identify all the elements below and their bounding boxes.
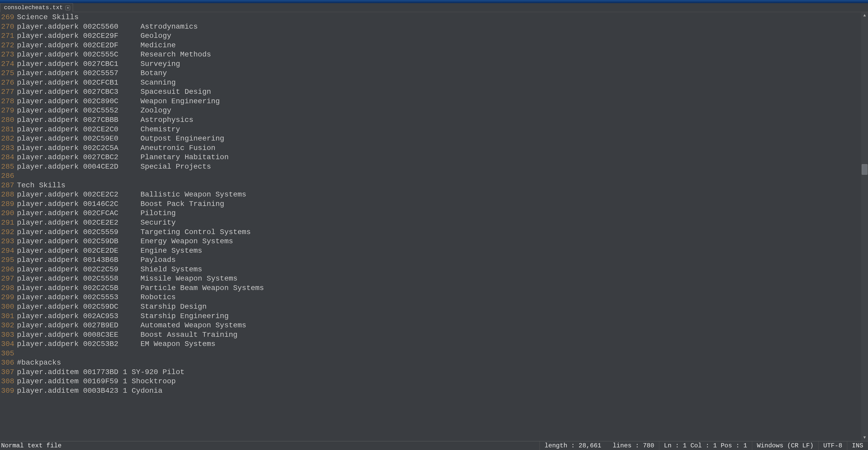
scrollbar-track[interactable]: [861, 19, 868, 434]
line-number: 274: [1, 59, 14, 69]
code-line[interactable]: player.addperk 002C59E0 Outpost Engineer…: [17, 134, 861, 144]
code-line[interactable]: player.addperk 002C5552 Zoology: [17, 106, 861, 115]
code-line[interactable]: player.addperk 002C5558 Missile Weapon S…: [17, 274, 861, 283]
close-icon[interactable]: ✕: [65, 5, 70, 10]
code-line[interactable]: [17, 171, 861, 181]
code-line[interactable]: player.addperk 002CFCB1 Scanning: [17, 78, 861, 88]
line-number: 302: [1, 321, 14, 330]
code-line[interactable]: player.addperk 002CE2DE Engine Systems: [17, 246, 861, 256]
scroll-up-icon[interactable]: ▲: [861, 12, 868, 19]
line-number: 294: [1, 246, 14, 256]
line-number: 301: [1, 311, 14, 321]
code-line[interactable]: player.addperk 002CE2C0 Chemistry: [17, 125, 861, 134]
line-number: 293: [1, 237, 14, 246]
code-line[interactable]: player.addperk 0027B9ED Automated Weapon…: [17, 321, 861, 330]
line-number: 276: [1, 78, 14, 88]
window-titlebar: [0, 0, 868, 3]
code-line[interactable]: player.addperk 002C2C59 Shield Systems: [17, 265, 861, 274]
line-number: 300: [1, 302, 14, 311]
code-line[interactable]: player.addperk 002C2C5A Aneutronic Fusio…: [17, 144, 861, 153]
line-number: 296: [1, 265, 14, 274]
line-number: 285: [1, 162, 14, 172]
line-number: 304: [1, 339, 14, 349]
code-line[interactable]: player.addperk 002C890C Weapon Engineeri…: [17, 97, 861, 106]
line-number: 286: [1, 171, 14, 181]
tab-label: consolecheats.txt: [4, 4, 63, 11]
code-line[interactable]: player.addperk 002CE29F Geology: [17, 31, 861, 41]
code-line[interactable]: player.addperk 002C59DC Starship Design: [17, 302, 861, 311]
code-line[interactable]: player.addperk 002AC953 Starship Enginee…: [17, 311, 861, 321]
code-line[interactable]: player.addperk 002C5560 Astrodynamics: [17, 22, 861, 32]
status-cursor-pos: Ln : 1 Col : 1 Pos : 1: [659, 441, 752, 450]
code-line[interactable]: player.additem 001773BD 1 SY-920 Pilot: [17, 367, 861, 377]
line-number: 271: [1, 31, 14, 41]
code-line[interactable]: player.addperk 002CE2DF Medicine: [17, 41, 861, 50]
code-line[interactable]: player.additem 00169F59 1 Shocktroop: [17, 377, 861, 386]
line-number: 275: [1, 68, 14, 78]
line-number: 281: [1, 125, 14, 134]
scrollbar-thumb[interactable]: [862, 164, 867, 175]
tab-file[interactable]: consolecheats.txt ✕: [0, 3, 73, 12]
code-line[interactable]: player.addperk 0027CBC3 Spacesuit Design: [17, 87, 861, 97]
line-number: 303: [1, 330, 14, 340]
code-line[interactable]: player.addperk 002C5553 Robotics: [17, 293, 861, 302]
code-line[interactable]: player.addperk 002C5559 Targeting Contro…: [17, 228, 861, 237]
line-number: 289: [1, 200, 14, 209]
code-line[interactable]: player.additem 0003B423 1 Cydonia: [17, 386, 861, 396]
line-number: 291: [1, 218, 14, 228]
code-content[interactable]: Science Skillsplayer.addperk 002C5560 As…: [17, 12, 861, 441]
code-line[interactable]: player.addperk 002C555C Research Methods: [17, 50, 861, 59]
status-eol: Windows (CR LF): [752, 441, 818, 450]
line-number: 270: [1, 22, 14, 32]
code-line[interactable]: player.addperk 00143B6B Payloads: [17, 256, 861, 265]
tab-bar: consolecheats.txt ✕: [0, 3, 868, 12]
status-doc-length: length : 28,661 lines : 780: [539, 441, 659, 450]
line-number: 306: [1, 358, 14, 367]
code-line[interactable]: player.addperk 002C59DB Energy Weapon Sy…: [17, 237, 861, 246]
line-number: 277: [1, 87, 14, 97]
line-number: 299: [1, 293, 14, 302]
status-lines-text: lines : 780: [613, 442, 654, 449]
code-line[interactable]: Tech Skills: [17, 181, 861, 190]
status-bar: Normal text file length : 28,661 lines :…: [0, 441, 868, 450]
line-number: 309: [1, 386, 14, 396]
code-line[interactable]: Science Skills: [17, 12, 861, 22]
line-number: 278: [1, 97, 14, 106]
code-line[interactable]: player.addperk 00146C2C Boost Pack Train…: [17, 200, 861, 209]
code-line[interactable]: player.addperk 0027CBBB Astrophysics: [17, 115, 861, 125]
code-line[interactable]: player.addperk 0027CBC2 Planetary Habita…: [17, 153, 861, 162]
code-line[interactable]: player.addperk 002CE2E2 Security: [17, 218, 861, 228]
scroll-down-icon[interactable]: ▼: [861, 434, 868, 441]
code-line[interactable]: player.addperk 0027CBC1 Surveying: [17, 59, 861, 69]
line-number: 290: [1, 209, 14, 218]
code-line[interactable]: player.addperk 0004CE2D Special Projects: [17, 162, 861, 172]
line-number: 298: [1, 283, 14, 293]
code-line[interactable]: player.addperk 002C53B2 EM Weapon System…: [17, 339, 861, 349]
status-length-text: length : 28,661: [545, 442, 601, 449]
code-line[interactable]: player.addperk 002CFCAC Piloting: [17, 209, 861, 218]
vertical-scrollbar[interactable]: ▲ ▼: [861, 12, 868, 441]
code-line[interactable]: player.addperk 002CE2C2 Ballistic Weapon…: [17, 190, 861, 200]
line-number-gutter: 2692702712722732742752762772782792802812…: [0, 12, 17, 441]
line-number: 295: [1, 256, 14, 265]
line-number: 280: [1, 115, 14, 125]
code-line[interactable]: player.addperk 0008C3EE Boost Assault Tr…: [17, 330, 861, 340]
status-encoding: UTF-8: [818, 441, 847, 450]
code-line[interactable]: player.addperk 002C5557 Botany: [17, 68, 861, 78]
line-number: 307: [1, 367, 14, 377]
line-number: 273: [1, 50, 14, 59]
line-number: 288: [1, 190, 14, 200]
line-number: 279: [1, 106, 14, 115]
line-number: 297: [1, 274, 14, 283]
editor-area: 2692702712722732742752762772782792802812…: [0, 12, 868, 441]
line-number: 272: [1, 41, 14, 50]
code-line[interactable]: #backpacks: [17, 358, 861, 367]
line-number: 292: [1, 228, 14, 237]
code-line[interactable]: [17, 349, 861, 358]
line-number: 269: [1, 12, 14, 22]
code-line[interactable]: player.addperk 002C2C5B Particle Beam We…: [17, 283, 861, 293]
line-number: 287: [1, 181, 14, 190]
line-number: 282: [1, 134, 14, 144]
status-file-type: Normal text file: [0, 442, 61, 449]
line-number: 284: [1, 153, 14, 162]
